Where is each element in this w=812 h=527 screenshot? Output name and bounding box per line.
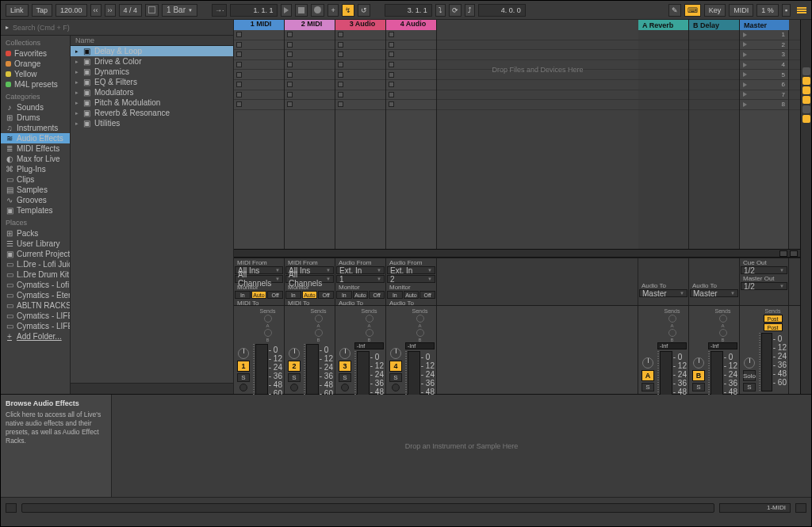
clip-slot[interactable] [234,60,284,71]
place-item[interactable]: ▭Cymatics - Eternit [1,290,70,300]
pan-knob[interactable] [693,357,704,369]
category-item[interactable]: ⊞Drums [1,113,70,123]
send-b-knob[interactable] [416,329,424,337]
clip-slot[interactable] [285,50,335,60]
track-activator[interactable]: 4 [389,361,402,372]
pan-knob[interactable] [289,348,300,359]
track-body[interactable] [335,110,386,250]
play-button[interactable] [281,4,292,17]
pan-knob[interactable] [744,357,755,369]
category-item[interactable]: ∿Grooves [1,195,70,205]
rail-m-icon[interactable] [802,96,810,104]
clip-slot[interactable] [386,50,436,60]
arm-button[interactable] [392,384,400,391]
clip-slot[interactable] [335,60,385,71]
monitor-auto[interactable]: Auto [302,291,318,299]
collection-item[interactable]: Orange [1,59,70,69]
midi-map[interactable]: MIDI [729,4,753,17]
solo-button[interactable]: Solo [743,370,756,381]
output-type[interactable]: Master▼ [639,289,688,297]
send-a-knob[interactable] [719,315,727,323]
nudge-down[interactable]: ‹‹ [90,4,102,17]
category-item[interactable]: ▤Samples [1,185,70,195]
solo-button[interactable]: S [692,383,705,391]
clip-slot[interactable] [234,80,284,90]
search-input[interactable] [13,24,233,32]
track-header[interactable]: 2 MIDI [285,20,335,30]
send-a-knob[interactable] [416,315,424,323]
clip-slot[interactable] [234,100,284,110]
clip-slot[interactable] [335,70,385,80]
pan-knob[interactable] [642,357,653,369]
solo-button[interactable]: S [339,373,351,382]
device-drop-area[interactable]: Drop an Instrument or Sample Here [112,395,811,497]
track-body[interactable] [386,110,437,250]
clip-slot[interactable] [285,90,335,101]
follow-toggle[interactable]: →· [212,4,228,17]
clip-slot[interactable] [234,30,284,40]
send-b-knob[interactable] [668,329,676,337]
browser-search[interactable]: ▸ [1,20,233,36]
status-view-toggle[interactable] [6,503,17,513]
browser-folder[interactable]: ▸▣Delay & Loop [71,46,233,56]
pan-knob[interactable] [390,348,401,359]
clip-slot[interactable] [386,60,436,71]
browser-folder[interactable]: ▸▣Modulators [71,87,233,97]
time-signature[interactable]: 4 / 4 [119,4,143,17]
input-channel[interactable]: 1▼ [336,275,385,283]
arrangement-position[interactable]: 1. 1. 1 [230,4,278,17]
monitor-off[interactable]: Off [369,291,385,299]
loop-length[interactable]: 4. 0. 0 [478,4,526,17]
rail-s-icon[interactable] [802,77,810,85]
track-header[interactable]: 4 Audio [386,20,437,30]
clip-slot[interactable] [234,50,284,60]
nudge-up[interactable]: ›› [105,4,116,17]
io-toggle-icon[interactable] [779,250,787,257]
clip-slot[interactable] [386,70,436,80]
track-header[interactable]: 3 Audio [335,20,386,30]
clip-slot[interactable] [335,50,385,60]
clip-slot[interactable] [234,70,284,80]
input-type[interactable]: Ext. In▼ [336,266,385,274]
browser-folder[interactable]: ▸▣Pitch & Modulation [71,97,233,108]
monitor-auto[interactable]: Auto [251,291,267,299]
clip-slot[interactable] [335,100,385,110]
pan-knob[interactable] [339,348,350,359]
send-b-knob[interactable] [366,329,373,337]
overview-scrollbar[interactable] [21,503,714,513]
master-out[interactable]: 1/2▼ [741,282,787,290]
monitor-in[interactable]: In [336,291,352,299]
key-map[interactable]: Key [704,4,726,17]
solo-button[interactable]: S [288,373,301,382]
browser-folder[interactable]: ▸▣Utilities [71,118,233,128]
punch-in[interactable]: ⤵ [435,4,446,17]
clip-slot[interactable] [285,30,335,40]
category-item[interactable]: ≋Audio Effects [1,133,70,143]
clip-slot[interactable] [335,30,385,40]
rail-io-icon[interactable] [802,67,810,75]
record-button[interactable] [311,4,324,17]
browser-folder[interactable]: ▸▣Dynamics [71,67,233,77]
automation-arm[interactable]: ↯ [342,4,354,17]
pan-knob[interactable] [238,348,249,359]
send-a-knob[interactable] [315,315,323,323]
category-item[interactable]: ▭Clips [1,174,70,185]
loop-toggle[interactable]: ⟳ [449,4,462,17]
scene-launch[interactable]: 7 [740,90,788,101]
input-channel[interactable]: 2▼ [387,275,435,283]
clip-slot[interactable] [285,70,335,80]
category-item[interactable]: ♪Sounds [1,102,70,113]
input-channel[interactable]: All Channels▼ [285,275,334,283]
category-item[interactable]: ▣Templates [1,205,70,216]
place-item[interactable]: ▭L.Dre Drum Kit Vol [1,269,70,280]
scene-launch[interactable]: 4 [740,60,788,71]
clip-slot[interactable] [285,80,335,90]
scene-launch[interactable]: 1 [740,30,788,40]
browser-folder[interactable]: ▸▣EQ & Filters [71,77,233,87]
clip-slot[interactable] [335,40,385,51]
draw-mode[interactable]: ✎ [668,4,681,17]
clip-slot[interactable] [386,100,436,110]
track-activator[interactable]: B [692,370,705,381]
track-activator[interactable]: 1 [237,361,250,372]
clip-slot[interactable] [386,80,436,90]
